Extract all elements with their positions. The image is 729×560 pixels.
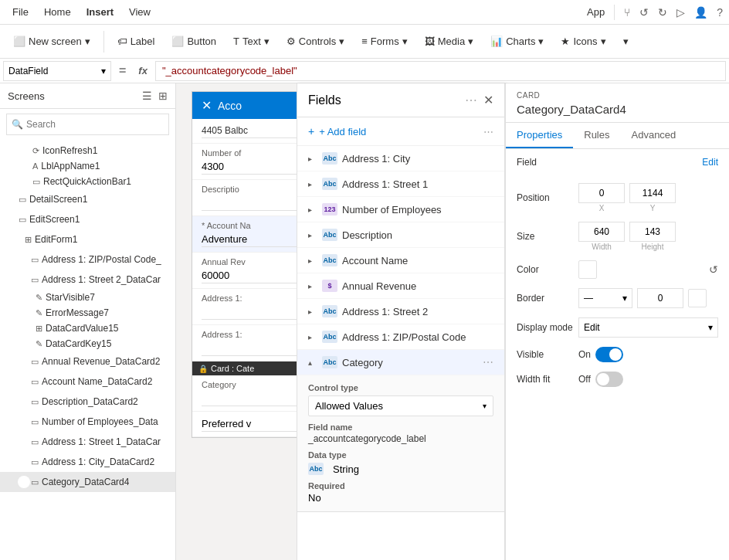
sidebar-item-editScreen1[interactable]: ▾▭EditScreen1 xyxy=(0,209,175,229)
prop-border-width-input[interactable] xyxy=(637,288,683,308)
button-button[interactable]: ⬜ Button xyxy=(164,32,223,51)
sidebar-item-lblAppName1[interactable]: ALblAppName1 xyxy=(0,158,175,174)
search-input[interactable] xyxy=(26,119,164,130)
field-type-badge: Abc xyxy=(322,229,337,241)
user-icon[interactable]: 👤 xyxy=(694,6,707,19)
list-view-icon[interactable]: ☰ xyxy=(142,90,152,102)
form-input-annualrev[interactable] xyxy=(202,268,297,283)
play-icon[interactable]: ▷ xyxy=(676,6,685,19)
sidebar-item-iconRefresh1[interactable]: ⟳IconRefresh1 xyxy=(0,143,175,158)
text-chevron xyxy=(264,36,270,47)
sidebar-item-annualRevenue[interactable]: ▸▭Annual Revenue_DataCard2 xyxy=(0,351,175,372)
menu-view[interactable]: View xyxy=(123,3,157,21)
prop-size-value: Width Height xyxy=(578,222,718,251)
sidebar-item-addressZip[interactable]: ▸▭Address 1: ZIP/Postal Code_ xyxy=(0,249,175,270)
fx-button[interactable]: fx xyxy=(134,65,152,76)
prop-color-reset-icon[interactable]: ↺ xyxy=(709,263,718,276)
sidebar-item-description[interactable]: ▸▭Description_DataCard2 xyxy=(0,392,175,412)
sidebar-item-starVisible7[interactable]: ✎StarVisible7 xyxy=(0,290,175,305)
field-item-category[interactable]: ▴ Abc Category ⋯ xyxy=(297,350,504,375)
tab-properties[interactable]: Properties xyxy=(506,123,573,148)
prop-border-style[interactable]: — xyxy=(578,288,632,308)
charts-button[interactable]: 📊 Charts xyxy=(483,32,551,51)
form-close-btn[interactable]: ✕ xyxy=(202,98,212,113)
prop-displaymode-dropdown[interactable]: Edit xyxy=(578,317,718,338)
controls-button[interactable]: ⚙ Controls xyxy=(280,32,351,51)
form-input-address1[interactable] xyxy=(202,304,297,320)
sidebar-item-numEmployees[interactable]: ▸▭Number of Employees_Data xyxy=(0,412,175,432)
widthfit-toggle[interactable] xyxy=(595,372,623,387)
fork-icon[interactable]: ⑂ xyxy=(624,6,630,19)
add-field-more[interactable]: ⋯ xyxy=(483,126,493,137)
fields-more-icon[interactable]: ⋯ xyxy=(465,93,477,107)
text-button[interactable]: T Text xyxy=(226,32,276,51)
help-icon[interactable]: ? xyxy=(717,6,723,19)
sidebar-item-rectQuickActionBar1[interactable]: ▭RectQuickActionBar1 xyxy=(0,174,175,189)
prop-border-color-swatch[interactable] xyxy=(688,289,707,307)
tab-rules[interactable]: Rules xyxy=(573,123,620,148)
sidebar-item-dataCardValue15[interactable]: ⊞DataCardValue15 xyxy=(0,321,175,336)
displaymode-chevron xyxy=(708,322,713,333)
item-label: EditForm1 xyxy=(35,234,77,245)
form-input-numemployees[interactable] xyxy=(202,159,297,175)
more-button[interactable]: ▾ xyxy=(616,32,636,51)
sidebar-item-addressStreet1[interactable]: ▸▭Address 1: Street 1_DataCar xyxy=(0,432,175,452)
form-input-preferred[interactable] xyxy=(202,416,297,432)
text-icon: T xyxy=(233,36,239,47)
grid-view-icon[interactable]: ⊞ xyxy=(158,90,168,102)
label-button[interactable]: 🏷 Label xyxy=(110,32,162,51)
sidebar-item-addressStreet2[interactable]: ▾▭Address 1: Street 2_DataCar xyxy=(0,270,175,290)
sidebar-item-categoryDataCard4[interactable]: ▸▭Category_DataCard4 xyxy=(0,472,175,492)
formula-input[interactable] xyxy=(155,61,726,81)
visible-toggle[interactable] xyxy=(595,347,623,362)
sidebar-item-editForm1[interactable]: ▾⊞EditForm1 xyxy=(0,229,175,249)
field-type-badge: Abc xyxy=(322,254,337,266)
field-item-numEmployees[interactable]: ▸ 123 Number of Employees xyxy=(297,197,504,222)
menu-insert[interactable]: Insert xyxy=(80,3,120,21)
fields-add-button[interactable]: + + Add field ⋯ xyxy=(297,117,504,146)
field-more-icon[interactable]: ⋯ xyxy=(483,356,493,368)
prop-field-edit[interactable]: Edit xyxy=(702,157,718,168)
field-name: Number of Employees xyxy=(342,204,493,216)
control-type-dropdown[interactable]: Allowed Values ▾ xyxy=(308,395,493,416)
form-label-numemployees: Number of xyxy=(202,148,297,158)
prop-y-input[interactable] xyxy=(629,183,676,203)
sidebar-item-addressCity[interactable]: ▸▭Address 1: City_DataCard2 xyxy=(0,452,175,472)
forms-button[interactable]: ≡ Forms xyxy=(354,32,414,51)
menu-file[interactable]: File xyxy=(6,3,35,21)
redo-icon[interactable]: ↻ xyxy=(658,6,667,19)
form-input-address[interactable] xyxy=(202,124,297,138)
media-button[interactable]: 🖼 Media xyxy=(418,32,480,51)
prop-height-input[interactable] xyxy=(629,222,676,242)
prop-color-swatch[interactable] xyxy=(578,260,597,279)
tab-advanced[interactable]: Advanced xyxy=(621,123,687,148)
form-input-address2[interactable] xyxy=(202,341,297,356)
item-icon: ▭ xyxy=(31,357,39,367)
field-item-annualRevenue[interactable]: ▸ $ Annual Revenue xyxy=(297,273,504,299)
field-item-description[interactable]: ▸ Abc Description xyxy=(297,222,504,248)
form-input-category[interactable] xyxy=(202,391,297,406)
form-input-description[interactable] xyxy=(202,195,297,211)
sidebar-item-accountName[interactable]: ▸▭Account Name_DataCard2 xyxy=(0,372,175,392)
field-item-address1city[interactable]: ▸ Abc Address 1: City xyxy=(297,146,504,171)
field-item-address1zip[interactable]: ▸ Abc Address 1: ZIP/Postal Code xyxy=(297,324,504,350)
prop-x-input[interactable] xyxy=(578,183,625,203)
field-item-address1street1[interactable]: ▸ Abc Address 1: Street 1 xyxy=(297,171,504,197)
datafield-dropdown[interactable]: DataField xyxy=(3,61,111,81)
fields-close-icon[interactable]: ✕ xyxy=(483,93,493,107)
menu-home[interactable]: Home xyxy=(38,3,77,21)
form-input-accountname[interactable] xyxy=(202,232,297,247)
field-chevron-right: ▸ xyxy=(308,205,317,214)
sidebar-item-dataCardKey15[interactable]: ✎DataCardKey15 xyxy=(0,336,175,351)
item-icon: ▭ xyxy=(31,377,39,387)
field-item-address1street2[interactable]: ▸ Abc Address 1: Street 2 xyxy=(297,299,504,324)
sidebar-item-detailScreen1[interactable]: ▸▭DetailScreen1 xyxy=(0,189,175,209)
search-box[interactable]: 🔍 xyxy=(6,114,169,135)
icons-button[interactable]: ★ Icons xyxy=(554,32,612,51)
field-item-accountName[interactable]: ▸ Abc Account Name xyxy=(297,248,504,273)
undo-icon[interactable]: ↺ xyxy=(639,6,649,19)
new-screen-button[interactable]: ⬜ New screen xyxy=(6,32,97,51)
sidebar-item-errorMessage7[interactable]: ✎ErrorMessage7 xyxy=(0,305,175,321)
prop-width-input[interactable] xyxy=(578,222,625,242)
prop-field-row: Field Edit xyxy=(517,157,718,168)
